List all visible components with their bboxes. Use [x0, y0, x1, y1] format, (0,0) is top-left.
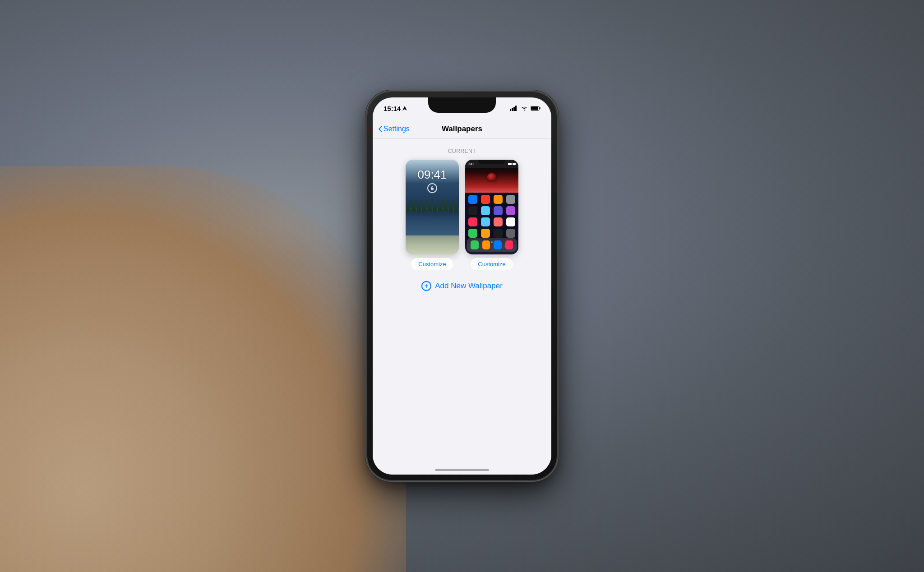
dock-safari [494, 240, 502, 249]
status-icons [510, 106, 542, 111]
svg-rect-1 [512, 108, 513, 111]
app-icon-10 [481, 217, 490, 226]
phone-screen: 15:14 [373, 97, 551, 475]
lock-screen-card: 09:41 Customize [406, 160, 459, 270]
app-icon-14 [481, 229, 490, 238]
status-time: 15:14 [382, 105, 407, 112]
page-title: Wallpapers [442, 125, 482, 134]
signal-icon [510, 106, 518, 111]
wifi-icon [521, 106, 528, 111]
home-wallpaper-area [465, 168, 518, 193]
app-icon-16 [506, 229, 515, 238]
wallpaper-cards-container: 09:41 Customize [373, 160, 551, 270]
dock-mail [482, 240, 490, 249]
app-icon-5 [468, 206, 477, 215]
location-icon [402, 106, 407, 111]
battery-icon [531, 106, 541, 111]
app-icon-11 [494, 217, 503, 226]
app-icon-4 [506, 195, 515, 204]
app-dock [467, 238, 517, 252]
home-indicator [435, 469, 489, 471]
app-icon-1 [468, 195, 477, 204]
home-signal [508, 163, 512, 165]
home-status-icons [508, 163, 516, 165]
home-time: 9:41 [468, 162, 474, 166]
lock-icon [427, 183, 437, 193]
app-icon-9 [468, 217, 477, 226]
navigation-bar: Settings Wallpapers [373, 119, 551, 139]
lock-svg [430, 186, 434, 190]
phone-frame: 15:14 [367, 92, 557, 480]
dock-phone [471, 240, 479, 249]
svg-rect-3 [515, 106, 517, 111]
svg-rect-5 [531, 107, 538, 110]
svg-rect-2 [513, 107, 515, 111]
lock-screen-preview[interactable]: 09:41 [406, 160, 459, 254]
content-area: CURRENT 09:41 [373, 139, 551, 475]
lock-screen-time: 09:41 [417, 168, 447, 182]
section-label: CURRENT [373, 148, 551, 154]
home-screen-card: 9:41 [465, 160, 518, 270]
home-screen-notch [478, 160, 505, 164]
add-icon-symbol: + [425, 282, 429, 290]
add-new-wallpaper-section[interactable]: + Add New Wallpaper [373, 281, 551, 291]
home-battery-small [513, 163, 516, 165]
back-label: Settings [383, 125, 410, 133]
app-icon-13 [468, 229, 477, 238]
back-button[interactable]: Settings [378, 125, 410, 133]
home-screen-customize-button[interactable]: Customize [471, 258, 513, 270]
add-wallpaper-label: Add New Wallpaper [435, 281, 503, 291]
app-grid [465, 193, 518, 240]
home-screen-preview[interactable]: 9:41 [465, 160, 518, 254]
app-icon-12 [506, 217, 515, 226]
svg-rect-7 [431, 188, 434, 190]
svg-rect-6 [540, 107, 541, 110]
chevron-left-icon [378, 125, 383, 133]
app-icon-8 [506, 206, 515, 215]
svg-rect-0 [510, 109, 511, 111]
time-display: 15:14 [383, 105, 401, 112]
lock-screen-customize-button[interactable]: Customize [411, 258, 453, 270]
phone-notch [428, 97, 496, 113]
app-icon-2 [481, 195, 490, 204]
app-icon-7 [494, 206, 503, 215]
dock-music [505, 240, 513, 249]
app-icon-15 [494, 229, 503, 238]
add-wallpaper-icon: + [421, 281, 431, 291]
app-icon-3 [494, 195, 503, 204]
app-icon-6 [481, 206, 490, 215]
bird-icon [487, 173, 496, 180]
